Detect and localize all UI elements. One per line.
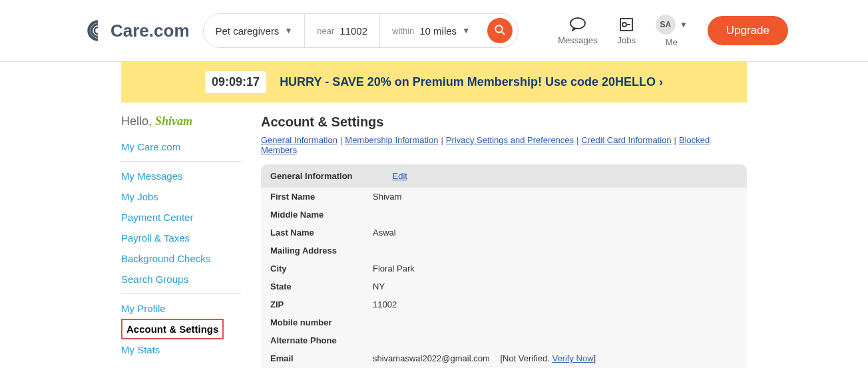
me-label: Me [666, 37, 678, 47]
sidebar-item[interactable]: My Jobs [121, 186, 241, 207]
jobs-icon [618, 17, 634, 33]
header: Care.com Pet caregivers ▼ near 11002 wit… [0, 0, 868, 62]
field-label: Email [270, 353, 373, 363]
messages-label: Messages [558, 35, 597, 45]
sidebar-item[interactable]: My Messages [121, 166, 241, 186]
field-label: State [270, 281, 373, 291]
chevron-down-icon: ▼ [284, 26, 292, 35]
search-near[interactable]: near 11002 [305, 14, 380, 47]
svg-point-4 [622, 23, 626, 27]
chevron-down-icon: ▼ [680, 20, 688, 29]
sidebar-item[interactable]: Payroll & Taxes [121, 228, 241, 248]
tab-link[interactable]: Credit Card Information [581, 135, 671, 145]
tab-links: General Information|Membership Informati… [261, 135, 747, 155]
messages-nav[interactable]: Messages [558, 17, 597, 45]
field-label: Mailing Address [270, 246, 373, 256]
field-label: First Name [270, 192, 373, 202]
sidebar: Hello, Shivam My Care.com My MessagesMy … [121, 114, 241, 368]
sidebar-list-bot: My ProfileAccount & SettingsMy Stats [121, 298, 241, 360]
info-row: CityFloral Park [261, 260, 747, 277]
hello-greeting: Hello, Shivam [121, 114, 241, 128]
info-header: General Information Edit [261, 164, 747, 188]
logo[interactable]: Care.com [87, 19, 190, 42]
info-section-title: General Information [270, 171, 353, 181]
divider [121, 161, 241, 162]
search-within-label: within [392, 26, 414, 36]
search-near-value: 11002 [339, 25, 367, 37]
info-row: Email shivamaswal2022@gmail.com [Not Ver… [261, 349, 747, 367]
field-label: Mobile number [270, 317, 373, 327]
me-nav[interactable]: SA ▼ Me [656, 15, 688, 47]
edit-link[interactable]: Edit [393, 171, 407, 181]
search-button[interactable] [487, 18, 513, 43]
header-icons: Messages Jobs SA ▼ Me Upgrade [558, 15, 788, 47]
promo-bar[interactable]: 09:09:17 HURRY - SAVE 20% on Premium Mem… [121, 62, 747, 102]
field-value: Shivam [373, 192, 401, 202]
sidebar-list-mid: My MessagesMy JobsPayment CenterPayroll … [121, 166, 241, 289]
search-near-label: near [317, 26, 334, 36]
sidebar-item[interactable]: My Care.com [121, 136, 241, 157]
jobs-label: Jobs [617, 35, 635, 45]
search-within[interactable]: within 10 miles ▼ [380, 14, 482, 47]
search-bar: Pet caregivers ▼ near 11002 within 10 mi… [203, 13, 519, 48]
sidebar-item[interactable]: My Profile [121, 298, 241, 319]
main: Account & Settings General Information|M… [261, 114, 747, 368]
verify-now-link[interactable]: Verify Now [552, 353, 593, 363]
field-value: 11002 [373, 299, 397, 309]
field-label: Last Name [270, 228, 373, 238]
search-category-value: Pet caregivers [216, 25, 280, 37]
info-row: Last NameAswal [261, 224, 747, 242]
field-value: NY [373, 281, 385, 291]
info-row: Alternate Phone [261, 331, 747, 349]
field-label: ZIP [270, 299, 373, 309]
promo-text: HURRY - SAVE 20% on Premium Membership! … [280, 75, 663, 89]
page-title: Account & Settings [261, 114, 747, 130]
info-row: StateNY [261, 277, 747, 295]
info-row: Mobile number [261, 313, 747, 331]
info-row: Middle Name [261, 206, 747, 224]
divider [121, 293, 241, 294]
field-label: City [270, 264, 373, 274]
search-within-value: 10 miles [419, 25, 457, 37]
info-row: First NameShivam [261, 188, 747, 206]
promo-timer: 09:09:17 [205, 71, 266, 93]
sidebar-item[interactable]: Search Groups [121, 269, 241, 289]
tab-link[interactable]: General Information [261, 135, 337, 145]
info-row: ZIP11002 [261, 295, 747, 313]
sidebar-item[interactable]: Account & Settings [121, 319, 224, 339]
chevron-down-icon: ▼ [462, 26, 470, 35]
not-verified-text: [Not Verified. [500, 353, 552, 363]
field-value: Aswal [373, 228, 396, 238]
field-label: Middle Name [270, 210, 373, 220]
search-icon [494, 24, 506, 38]
info-box: General Information Edit First NameShiva… [261, 164, 747, 368]
upgrade-button[interactable]: Upgrade [708, 16, 788, 45]
info-row: Mailing Address [261, 242, 747, 260]
tab-link[interactable]: Membership Information [345, 135, 438, 145]
field-value: shivamaswal2022@gmail.com [Not Verified.… [373, 353, 596, 363]
logo-text: Care.com [110, 21, 190, 41]
field-label: Alternate Phone [270, 335, 373, 345]
sidebar-item[interactable]: My Stats [121, 339, 241, 360]
jobs-nav[interactable]: Jobs [617, 17, 635, 45]
search-category[interactable]: Pet caregivers ▼ [204, 14, 306, 47]
field-value: Floral Park [373, 264, 415, 274]
sidebar-list-top: My Care.com [121, 136, 241, 157]
messages-icon [569, 17, 586, 33]
care-logo-icon [87, 19, 109, 42]
svg-line-1 [501, 31, 505, 35]
sidebar-item[interactable]: Background Checks [121, 248, 241, 269]
avatar: SA [656, 15, 676, 35]
tab-link[interactable]: Privacy Settings and Preferences [446, 135, 574, 145]
svg-point-2 [570, 18, 585, 29]
sidebar-item[interactable]: Payment Center [121, 207, 241, 228]
content: Hello, Shivam My Care.com My MessagesMy … [121, 102, 747, 368]
